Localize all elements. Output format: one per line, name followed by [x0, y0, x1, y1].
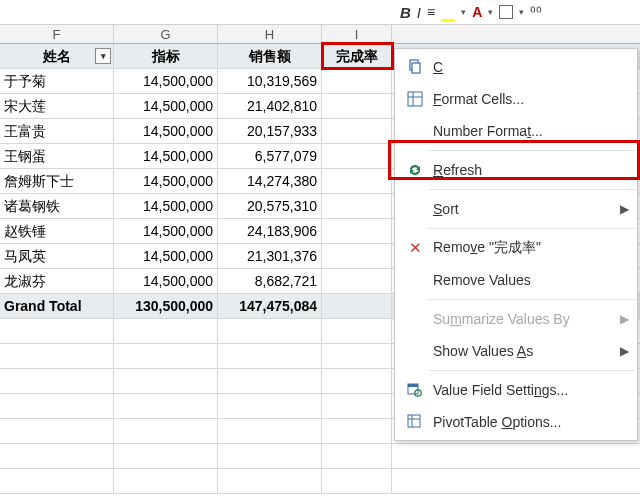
borders-dd-icon[interactable]: ▾ [519, 7, 524, 17]
menu-separator [429, 189, 635, 190]
decimal-button[interactable]: ⁰⁰ [530, 4, 542, 20]
cell-rate[interactable] [322, 244, 392, 268]
hdr-metric[interactable]: 指标 [114, 44, 218, 68]
column-headers: F G H I [0, 24, 640, 44]
cell-rate[interactable] [322, 94, 392, 118]
svg-rect-1 [412, 63, 420, 73]
cell-sales[interactable]: 14,274,380 [218, 169, 322, 193]
svg-rect-8 [408, 415, 420, 427]
col-header-G[interactable]: G [114, 25, 218, 43]
svg-rect-6 [408, 384, 418, 387]
col-header-H[interactable]: H [218, 25, 322, 43]
hdr-rate[interactable]: 完成率 [322, 44, 392, 68]
hdr-name[interactable]: 姓名 ▾ [0, 44, 114, 68]
menu-show-as[interactable]: Show Values As ▶ [395, 335, 637, 367]
copy-icon [401, 53, 429, 81]
blank-icon [401, 266, 429, 294]
submenu-arrow-icon: ▶ [620, 344, 629, 358]
menu-format-cells[interactable]: Format Cells... [395, 83, 637, 115]
cell-metric[interactable]: 14,500,000 [114, 194, 218, 218]
cell-name[interactable]: 王钢蛋 [0, 144, 114, 168]
menu-pivot-options-label: PivotTable Options... [433, 414, 629, 430]
menu-summarize-label: Summarize Values By [433, 311, 620, 327]
cell-metric[interactable]: 14,500,000 [114, 119, 218, 143]
menu-remove-field[interactable]: ✕ Remove "完成率" [395, 232, 637, 264]
format-cells-icon [401, 85, 429, 113]
hdr-name-label: 姓名 [43, 48, 71, 64]
cell-metric[interactable]: 14,500,000 [114, 94, 218, 118]
cell-rate[interactable] [322, 119, 392, 143]
cell-metric[interactable]: 14,500,000 [114, 244, 218, 268]
formatting-toolbar: B I ≡ ▾ A▾ ▾ ⁰⁰ [0, 0, 640, 24]
menu-sort-label: Sort [433, 201, 620, 217]
cell-metric[interactable]: 14,500,000 [114, 69, 218, 93]
cell-name[interactable]: 詹姆斯下士 [0, 169, 114, 193]
font-color-button[interactable]: A [472, 4, 482, 20]
menu-field-settings-label: Value Field Settings... [433, 382, 629, 398]
cell-sales[interactable]: 8,682,721 [218, 269, 322, 293]
menu-show-as-label: Show Values As [433, 343, 620, 359]
menu-remove-values[interactable]: Remove Values [395, 264, 637, 296]
sort-icon [401, 195, 429, 223]
menu-refresh[interactable]: Refresh [395, 154, 637, 186]
total-metric[interactable]: 130,500,000 [114, 294, 218, 318]
menu-separator [429, 299, 635, 300]
cell-name[interactable]: 王富贵 [0, 119, 114, 143]
cell-metric[interactable]: 14,500,000 [114, 169, 218, 193]
cell-sales[interactable]: 6,577,079 [218, 144, 322, 168]
blank-icon [401, 305, 429, 333]
filter-dd-icon[interactable]: ▾ [95, 48, 111, 64]
cell-metric[interactable]: 14,500,000 [114, 144, 218, 168]
fill-color-dd-icon[interactable]: ▾ [461, 7, 466, 17]
total-rate[interactable] [322, 294, 392, 318]
menu-pivot-options[interactable]: PivotTable Options... [395, 406, 637, 438]
cell-name[interactable]: 宋大莲 [0, 94, 114, 118]
cell-sales[interactable]: 21,301,376 [218, 244, 322, 268]
align-button[interactable]: ≡ [427, 4, 435, 20]
cell-sales[interactable]: 20,575,310 [218, 194, 322, 218]
hdr-sales[interactable]: 销售额 [218, 44, 322, 68]
cell-name[interactable]: 诸葛钢铁 [0, 194, 114, 218]
remove-icon: ✕ [401, 234, 429, 262]
refresh-icon [401, 156, 429, 184]
menu-remove-field-label: Remove "完成率" [433, 239, 629, 257]
cell-rate[interactable] [322, 269, 392, 293]
submenu-arrow-icon: ▶ [620, 312, 629, 326]
svg-rect-2 [408, 92, 422, 106]
cell-rate[interactable] [322, 144, 392, 168]
cell-sales[interactable]: 20,157,933 [218, 119, 322, 143]
borders-button[interactable] [499, 5, 513, 19]
menu-separator [429, 370, 635, 371]
cell-metric[interactable]: 14,500,000 [114, 219, 218, 243]
bold-button[interactable]: B [400, 4, 411, 21]
cell-sales[interactable]: 24,183,906 [218, 219, 322, 243]
cell-name[interactable]: 赵铁锤 [0, 219, 114, 243]
cell-name[interactable]: 龙淑芬 [0, 269, 114, 293]
cell-rate[interactable] [322, 69, 392, 93]
cell-name[interactable]: 马凤英 [0, 244, 114, 268]
cell-metric[interactable]: 14,500,000 [114, 269, 218, 293]
cell-name[interactable]: 于予菊 [0, 69, 114, 93]
menu-copy[interactable]: C [395, 51, 637, 83]
total-label[interactable]: Grand Total [0, 294, 114, 318]
menu-copy-label: C [433, 59, 629, 75]
cell-rate[interactable] [322, 219, 392, 243]
italic-button[interactable]: I [417, 4, 421, 21]
cell-sales[interactable]: 21,402,810 [218, 94, 322, 118]
cell-sales[interactable]: 10,319,569 [218, 69, 322, 93]
total-sales[interactable]: 147,475,084 [218, 294, 322, 318]
menu-format-cells-label: Format Cells... [433, 91, 629, 107]
fill-color-button[interactable] [441, 5, 455, 19]
menu-number-format-label: Number Format... [433, 123, 629, 139]
menu-field-settings[interactable]: Value Field Settings... [395, 374, 637, 406]
col-header-I[interactable]: I [322, 25, 392, 43]
font-color-dd-icon[interactable]: ▾ [488, 7, 493, 17]
menu-sort[interactable]: Sort ▶ [395, 193, 637, 225]
number-format-icon [401, 117, 429, 145]
col-header-F[interactable]: F [0, 25, 114, 43]
menu-summarize[interactable]: Summarize Values By ▶ [395, 303, 637, 335]
cell-rate[interactable] [322, 169, 392, 193]
menu-remove-values-label: Remove Values [433, 272, 629, 288]
menu-number-format[interactable]: Number Format... [395, 115, 637, 147]
cell-rate[interactable] [322, 194, 392, 218]
